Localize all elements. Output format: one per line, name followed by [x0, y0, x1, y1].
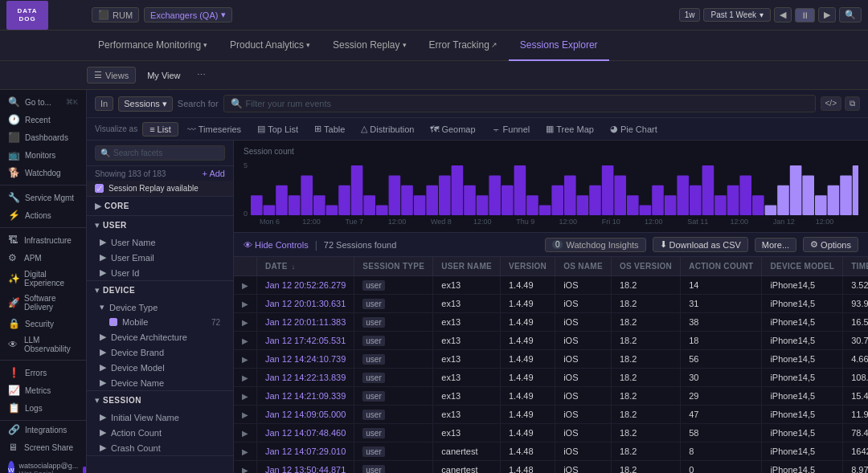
sidebar-item-llm[interactable]: 👁 LLM Observability	[0, 332, 86, 357]
nav-sessions-explorer[interactable]: Sessions Explorer	[509, 31, 609, 61]
my-view-button[interactable]: My View	[141, 68, 186, 83]
views-button[interactable]: ☰ Views	[87, 67, 136, 84]
options-button[interactable]: ⚙ Options	[803, 237, 858, 252]
table-row[interactable]: ▶ Jan 12 20:01:30.631 user ex13 1.4.49 i…	[234, 295, 868, 313]
table-row[interactable]: ▶ Jan 12 14:07:29.010 user canertest 1.4…	[234, 442, 868, 461]
sidebar-item-metrics[interactable]: 📈 Metrics	[0, 381, 86, 399]
nav-product-analytics[interactable]: Product Analytics ▾	[219, 31, 321, 61]
table-row[interactable]: ▶ Jan 12 20:01:11.383 user ex13 1.4.49 i…	[234, 313, 868, 332]
toggle-list[interactable]: ≡ List	[142, 122, 178, 137]
th-device-model[interactable]: DEVICE MODEL	[762, 257, 843, 276]
toggle-distribution[interactable]: △ Distribution	[354, 121, 421, 137]
table-row[interactable]: ▶ Jan 12 14:21:09.339 user ex13 1.4.49 i…	[234, 387, 868, 406]
facet-crash-count[interactable]: ▶ Crash Count	[87, 440, 233, 455]
th-os-version[interactable]: OS VERSION	[611, 257, 680, 276]
facets-search[interactable]: 🔍 Search facets	[95, 145, 225, 161]
sidebar-item-monitors[interactable]: 📺 Monitors	[0, 146, 86, 164]
code-view-button[interactable]: </>	[821, 96, 841, 111]
table-row[interactable]: ▶ Jan 12 14:24:10.739 user ex13 1.4.49 i…	[234, 350, 868, 369]
session-replay-checkbox[interactable]: ✓	[95, 184, 104, 193]
toggle-funnel[interactable]: ⫟ Funnel	[485, 122, 538, 137]
row-expander[interactable]: ▶	[234, 313, 257, 332]
sessions-selector[interactable]: Sessions ▾	[118, 96, 173, 112]
sidebar-item-recent[interactable]: 🕐 Recent	[0, 111, 86, 128]
toggle-top-list[interactable]: ▤ Top List	[250, 121, 305, 137]
facet-user-header[interactable]: ▾ USER	[87, 216, 233, 234]
sidebar-item-goto[interactable]: 🔍 Go to... ⌘K	[0, 93, 86, 111]
row-expander[interactable]: ▶	[234, 350, 257, 369]
row-expander[interactable]: ▶	[234, 424, 257, 442]
global-search-button[interactable]: 🔍	[839, 7, 862, 22]
th-time-spent[interactable]: TIME SPENT	[843, 257, 868, 276]
in-pill[interactable]: In	[95, 96, 113, 111]
more-options-button[interactable]: ⋯	[192, 67, 211, 83]
row-expander[interactable]: ▶	[234, 461, 257, 474]
row-expander[interactable]: ▶	[234, 332, 257, 350]
time-back-button[interactable]: ◀	[774, 7, 792, 22]
time-pill[interactable]: 1w	[679, 8, 701, 22]
time-forward-button[interactable]: ▶	[818, 7, 836, 22]
row-expander[interactable]: ▶	[234, 442, 257, 461]
facet-mobile[interactable]: ✓ Mobile 72	[87, 315, 233, 329]
exchange-pill[interactable]: Exchangers (QA) ▾	[144, 7, 232, 22]
add-facet-button[interactable]: + Add	[203, 169, 225, 178]
sidebar-item-security[interactable]: 🔒 Security	[0, 315, 86, 332]
toggle-tree-map[interactable]: ▦ Tree Map	[538, 121, 601, 137]
th-date[interactable]: DATE ↓	[257, 257, 354, 276]
th-user-name[interactable]: USER NAME	[433, 257, 501, 276]
row-expander[interactable]: ▶	[234, 387, 257, 406]
session-replay-toggle[interactable]: ✓ Session Replay available	[87, 181, 233, 197]
hide-controls-button[interactable]: 👁 Hide Controls	[244, 240, 309, 250]
sidebar-item-service-mgmt[interactable]: 🔧 Service Mgmt	[0, 189, 86, 206]
facet-device-name[interactable]: ▶ Device Name	[87, 375, 233, 390]
more-options-button[interactable]: More...	[755, 238, 796, 252]
table-row[interactable]: ▶ Jan 12 17:42:05.531 user ex13 1.4.49 i…	[234, 332, 868, 350]
download-csv-button[interactable]: ⬇ Download as CSV	[653, 237, 748, 252]
sidebar-item-software-delivery[interactable]: 🚀 Software Delivery	[0, 291, 86, 315]
nav-session-replay[interactable]: Session Replay ▾	[321, 31, 417, 61]
facet-device-architecture[interactable]: ▶ Device Architecture	[87, 329, 233, 345]
sidebar-item-dashboards[interactable]: ⬛ Dashboards	[0, 128, 86, 146]
table-row[interactable]: ▶ Jan 12 20:52:26.279 user ex13 1.4.49 i…	[234, 276, 868, 295]
sidebar-item-watchdog[interactable]: 🐕 Watchdog	[0, 164, 86, 181]
copy-button[interactable]: ⧉	[845, 96, 860, 111]
facet-action-count[interactable]: ▶ Action Count	[87, 425, 233, 440]
time-pause-button[interactable]: ⏸	[795, 8, 815, 22]
facet-user-id[interactable]: ▶ User Id	[87, 265, 233, 280]
rum-pill[interactable]: ⬛ RUM	[92, 7, 139, 22]
nav-performance-monitoring[interactable]: Performance Monitoring ▾	[87, 31, 219, 61]
search-input-area[interactable]: 🔍 Filter your rum events	[223, 95, 816, 112]
facet-device-model[interactable]: ▶ Device Model	[87, 360, 233, 375]
facet-device-type[interactable]: ▾ Device Type	[87, 300, 233, 315]
nav-error-tracking[interactable]: Error Tracking ↗	[418, 31, 509, 61]
row-expander[interactable]: ▶	[234, 369, 257, 387]
table-row[interactable]: ▶ Jan 12 14:07:48.460 user ex13 1.4.49 i…	[234, 424, 868, 442]
toggle-timeseries[interactable]: 〰 Timeseries	[180, 122, 248, 137]
toggle-table[interactable]: ⊞ Table	[307, 121, 352, 137]
toggle-geomap[interactable]: 🗺 Geomap	[423, 122, 482, 137]
facet-initial-view-name[interactable]: ▶ Initial View Name	[87, 410, 233, 425]
watchdog-insights-button[interactable]: 0 Watchdog Insights	[545, 238, 646, 252]
th-action-count[interactable]: ACTION COUNT	[681, 257, 762, 276]
table-row[interactable]: ▶ Jan 12 13:50:44.871 user canertest 1.4…	[234, 461, 868, 474]
sidebar-item-errors[interactable]: ❗ Errors	[0, 364, 86, 381]
mobile-checkbox[interactable]: ✓	[109, 318, 117, 326]
th-os-name[interactable]: OS NAME	[555, 257, 612, 276]
facet-user-name[interactable]: ▶ User Name	[87, 234, 233, 250]
sidebar-item-screen-share[interactable]: 🖥 Screen Share	[0, 438, 86, 456]
sidebar-item-actions[interactable]: ⚡ Actions	[0, 206, 86, 224]
facet-device-header[interactable]: ▾ DEVICE	[87, 281, 233, 300]
facet-session-header[interactable]: ▾ SESSION	[87, 391, 233, 410]
facet-user-email[interactable]: ▶ User Email	[87, 250, 233, 265]
toggle-pie-chart[interactable]: ◕ Pie Chart	[603, 121, 665, 137]
table-row[interactable]: ▶ Jan 12 14:09:05.000 user ex13 1.4.49 i…	[234, 406, 868, 424]
sidebar-item-infrastructure[interactable]: 🏗 Infrastructure	[0, 231, 86, 249]
sidebar-item-apm[interactable]: ⚙ APM	[0, 249, 86, 267]
facet-core-header[interactable]: ▶ CORE	[87, 197, 233, 215]
row-expander[interactable]: ▶	[234, 276, 257, 295]
row-expander[interactable]: ▶	[234, 295, 257, 313]
time-range-selector[interactable]: Past 1 Week ▾	[703, 8, 771, 22]
facet-device-brand[interactable]: ▶ Device Brand	[87, 345, 233, 360]
row-expander[interactable]: ▶	[234, 406, 257, 424]
th-session-type[interactable]: SESSION TYPE	[354, 257, 433, 276]
